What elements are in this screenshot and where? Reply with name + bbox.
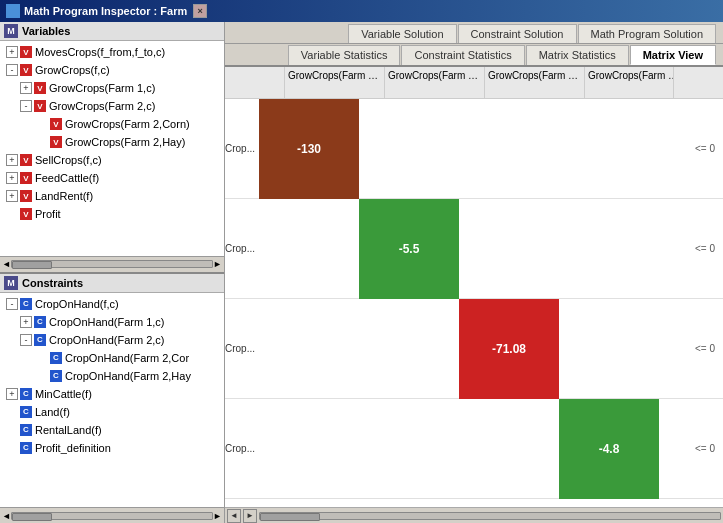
matrix-cell-0-3 — [559, 99, 659, 199]
matrix-cell-3-0 — [259, 399, 359, 499]
row-label-0: Crop... — [225, 99, 259, 199]
list-item[interactable]: V GrowCrops(Farm 2,Corn) — [0, 115, 224, 133]
expander-icon[interactable]: + — [6, 154, 18, 166]
list-item[interactable]: V GrowCrops(Farm 2,Hay) — [0, 133, 224, 151]
constraint-icon: C — [50, 370, 62, 382]
constraint-icon: C — [20, 406, 32, 418]
row-label-1: Crop... — [225, 199, 259, 299]
matrix-scrollbar-h[interactable]: ◄ ► — [225, 507, 723, 523]
list-item[interactable]: + V GrowCrops(Farm 1,c) — [0, 79, 224, 97]
list-item[interactable]: + V LandRent(f) — [0, 187, 224, 205]
row-suffix-1: <= 0 — [683, 199, 723, 298]
matrix-cell-2-3 — [559, 299, 659, 399]
item-label: Profit — [35, 208, 61, 220]
matrix-cell-3-1 — [359, 399, 459, 499]
matrix-cell-3-3: -4.8 — [559, 399, 659, 499]
tab-math-program-solution[interactable]: Math Program Solution — [578, 24, 717, 43]
tab-constraint-solution[interactable]: Constraint Solution — [458, 24, 577, 43]
matrix-corner — [225, 67, 285, 98]
expander-icon[interactable]: + — [6, 46, 18, 58]
variables-header-label: Variables — [22, 25, 70, 37]
expander-icon[interactable]: + — [6, 388, 18, 400]
expander-icon[interactable]: + — [6, 172, 18, 184]
scroll-track[interactable] — [11, 512, 213, 520]
item-label: GrowCrops(Farm 2,Hay) — [65, 136, 185, 148]
tab-matrix-statistics[interactable]: Matrix Statistics — [526, 45, 629, 65]
scroll-right-btn[interactable]: ► — [213, 259, 222, 269]
variable-icon: V — [34, 82, 46, 94]
list-item[interactable]: - C CropOnHand(Farm 2,c) — [0, 331, 224, 349]
list-item[interactable]: C RentalLand(f) — [0, 421, 224, 439]
list-item[interactable]: C CropOnHand(Farm 2,Hay — [0, 367, 224, 385]
constraints-tree-body[interactable]: - C CropOnHand(f,c) + C CropOnHand(Farm … — [0, 293, 224, 508]
row-suffix-2: <= 0 — [683, 299, 723, 398]
list-item[interactable]: C Land(f) — [0, 403, 224, 421]
expander-icon[interactable]: - — [20, 100, 32, 112]
constraint-icon: C — [34, 334, 46, 346]
row-label-2: Crop... — [225, 299, 259, 399]
title-bar: Math Program Inspector : Farm × — [0, 0, 723, 22]
constraint-icon: C — [20, 388, 32, 400]
expander-icon[interactable]: + — [6, 190, 18, 202]
matrix-cell-0-0: -130 — [259, 99, 359, 199]
list-item[interactable]: C CropOnHand(Farm 2,Cor — [0, 349, 224, 367]
col-headers-container: GrowCrops(Farm 1,Co... GrowCrops(Farm 1,… — [285, 67, 673, 98]
tab-constraint-statistics[interactable]: Constraint Statistics — [401, 45, 524, 65]
list-item[interactable]: - V GrowCrops(Farm 2,c) — [0, 97, 224, 115]
tabs-row-2: Variable Statistics Constraint Statistic… — [225, 44, 723, 67]
matrix-row-0: Crop... -130 <= 0 — [225, 99, 723, 199]
scroll-right-btn[interactable]: ► — [213, 511, 222, 521]
item-label: Profit_definition — [35, 442, 111, 454]
h-scroll-thumb[interactable] — [260, 513, 320, 521]
constraint-icon: C — [20, 442, 32, 454]
item-label: GrowCrops(f,c) — [35, 64, 110, 76]
variable-icon: V — [20, 64, 32, 76]
scroll-left-btn[interactable]: ◄ — [2, 259, 11, 269]
scroll-left-arrow[interactable]: ◄ — [227, 509, 241, 523]
variables-header-icon: M — [4, 24, 18, 38]
item-label: SellCrops(f,c) — [35, 154, 102, 166]
variable-icon: V — [20, 172, 32, 184]
matrix-column-headers: GrowCrops(Farm 1,Co... GrowCrops(Farm 1,… — [225, 67, 723, 99]
expander-icon[interactable]: - — [6, 298, 18, 310]
tab-variable-statistics[interactable]: Variable Statistics — [288, 45, 401, 65]
scroll-right-arrow[interactable]: ► — [243, 509, 257, 523]
expander-icon[interactable]: + — [20, 82, 32, 94]
app-icon — [6, 4, 20, 18]
item-label: Land(f) — [35, 406, 70, 418]
expander-icon[interactable]: + — [20, 316, 32, 328]
item-label: CropOnHand(Farm 2,c) — [49, 334, 165, 346]
tab-variable-solution[interactable]: Variable Solution — [348, 24, 456, 43]
close-button[interactable]: × — [193, 4, 207, 18]
tab-matrix-view[interactable]: Matrix View — [630, 45, 716, 65]
expander-icon[interactable]: - — [6, 64, 18, 76]
list-item[interactable]: + V SellCrops(f,c) — [0, 151, 224, 169]
variable-icon: V — [20, 154, 32, 166]
list-item[interactable]: + C CropOnHand(Farm 1,c) — [0, 313, 224, 331]
expander-icon[interactable]: - — [20, 334, 32, 346]
variables-scrollbar[interactable]: ◄ ► — [0, 256, 224, 272]
variables-tree-body[interactable]: + V MovesCrops(f_from,f_to,c) - V GrowCr… — [0, 41, 224, 256]
list-item[interactable]: - C CropOnHand(f,c) — [0, 295, 224, 313]
matrix-cell-1-3 — [559, 199, 659, 299]
matrix-row-1: Crop... -5.5 <= 0 — [225, 199, 723, 299]
left-panel: M Variables + V MovesCrops(f_from,f_to,c… — [0, 22, 225, 523]
matrix-cell-2-1 — [359, 299, 459, 399]
row-suffix-0: <= 0 — [683, 99, 723, 198]
list-item[interactable]: C Profit_definition — [0, 439, 224, 457]
constraints-scrollbar[interactable]: ◄ ► — [0, 507, 224, 523]
scroll-track[interactable] — [11, 260, 213, 268]
matrix-cell-2-2: -71.08 — [459, 299, 559, 399]
list-item[interactable]: + V FeedCattle(f) — [0, 169, 224, 187]
scroll-left-btn[interactable]: ◄ — [2, 511, 11, 521]
matrix-cell-1-0 — [259, 199, 359, 299]
list-item[interactable]: + V MovesCrops(f_from,f_to,c) — [0, 43, 224, 61]
constraint-icon: C — [20, 298, 32, 310]
item-label: GrowCrops(Farm 2,c) — [49, 100, 155, 112]
constraints-header-icon: M — [4, 276, 18, 290]
list-item[interactable]: - V GrowCrops(f,c) — [0, 61, 224, 79]
item-label: MinCattle(f) — [35, 388, 92, 400]
list-item[interactable]: + C MinCattle(f) — [0, 385, 224, 403]
list-item[interactable]: V Profit — [0, 205, 224, 223]
h-scroll-track[interactable] — [259, 512, 721, 520]
